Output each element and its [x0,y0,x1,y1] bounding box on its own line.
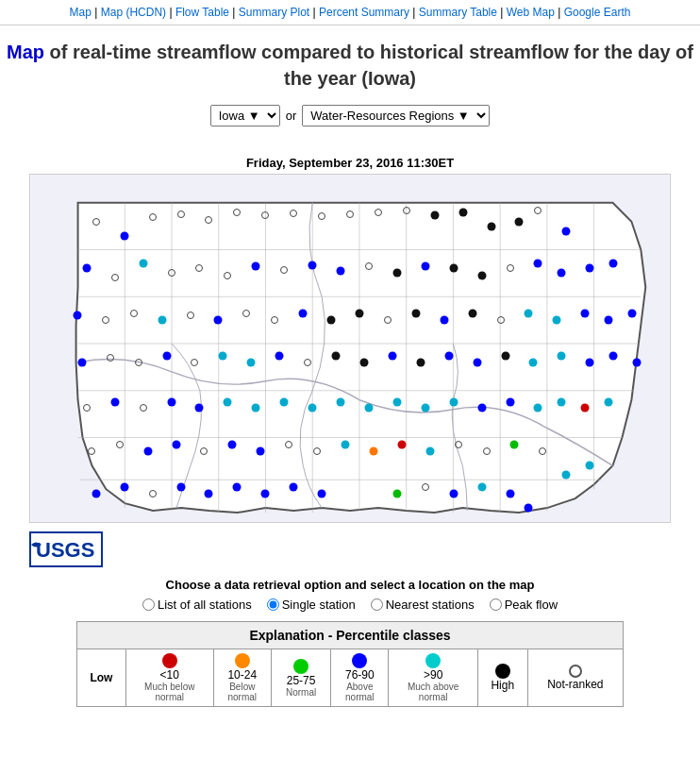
radio-nearest-stations[interactable]: Nearest stations [371,598,475,612]
station-dot-18[interactable] [82,264,91,273]
station-dot-65[interactable] [247,358,256,366]
station-dot-29[interactable] [392,269,401,278]
region-dropdown[interactable]: Water-Resources Regions ▼ [302,105,490,126]
station-dot-88[interactable] [308,403,317,412]
station-dot-78[interactable] [609,351,618,360]
station-dot-31[interactable] [449,264,458,273]
station-dot-16[interactable] [534,207,542,214]
station-dot-49[interactable] [384,316,392,324]
nav-map[interactable]: Map [70,6,92,19]
radio-peak-flow-input[interactable] [490,598,502,611]
station-dot-116[interactable] [539,447,546,455]
station-dot-128[interactable] [392,490,401,498]
station-dot-42[interactable] [187,312,194,319]
station-dot-23[interactable] [224,272,231,279]
station-dot-45[interactable] [271,316,278,324]
station-dot-40[interactable] [130,310,138,317]
nav-google-earth[interactable]: Google Earth [564,6,631,19]
station-dot-63[interactable] [191,359,198,366]
station-dot-133[interactable] [525,504,533,513]
station-dot-56[interactable] [581,310,590,318]
station-dot-117[interactable] [562,471,571,480]
station-dot-30[interactable] [421,262,429,271]
station-dot-53[interactable] [497,316,505,324]
station-dot-90[interactable] [364,403,373,412]
station-dot-68[interactable] [332,351,341,360]
station-dot-51[interactable] [440,316,448,325]
station-dot-39[interactable] [102,316,109,324]
station-dot-127[interactable] [318,490,326,498]
station-dot-122[interactable] [176,483,185,492]
station-dot-24[interactable] [252,262,260,271]
station-dot-38[interactable] [73,312,81,320]
station-dot-132[interactable] [506,490,514,498]
station-dot-14[interactable] [487,222,495,230]
station-dot-103[interactable] [172,441,180,449]
station-dot-58[interactable] [628,310,637,318]
station-dot-81[interactable] [110,397,119,406]
station-dot-106[interactable] [257,447,265,456]
station-dot-91[interactable] [392,397,401,406]
state-dropdown[interactable]: Iowa ▼ [210,105,280,126]
station-dot-92[interactable] [421,403,429,412]
station-dot-2[interactable] [149,213,157,221]
radio-single-station[interactable]: Single station [267,598,356,612]
station-dot-99[interactable] [605,397,613,406]
station-dot-36[interactable] [586,264,594,273]
station-dot-64[interactable] [219,351,227,360]
station-dot-104[interactable] [200,447,208,455]
station-dot-123[interactable] [205,490,213,498]
station-dot-124[interactable] [233,483,242,492]
station-dot-34[interactable] [534,260,542,268]
station-dot-111[interactable] [397,441,406,449]
station-dot-74[interactable] [501,351,509,360]
station-dot-7[interactable] [290,210,297,217]
radio-all-stations-input[interactable] [142,598,155,611]
station-dot-62[interactable] [162,351,171,360]
station-dot-83[interactable] [167,397,175,406]
station-dot-67[interactable] [304,359,311,366]
station-dot-0[interactable] [92,218,100,226]
station-dot-10[interactable] [375,209,382,216]
station-dot-121[interactable] [149,490,157,497]
station-dot-12[interactable] [430,211,439,219]
station-dot-118[interactable] [586,462,594,470]
station-dot-48[interactable] [355,310,363,318]
station-dot-120[interactable] [120,483,128,492]
station-dot-72[interactable] [444,351,453,360]
station-dot-100[interactable] [88,447,95,455]
station-dot-97[interactable] [558,397,566,406]
station-dot-108[interactable] [313,447,321,455]
station-dot-35[interactable] [558,269,566,278]
station-dot-86[interactable] [252,403,260,412]
station-dot-125[interactable] [261,490,270,498]
station-dot-79[interactable] [633,358,642,366]
station-dot-112[interactable] [425,447,434,456]
station-dot-95[interactable] [506,397,514,406]
station-dot-98[interactable] [581,403,590,412]
station-dot-96[interactable] [534,403,542,412]
station-dot-66[interactable] [275,351,284,360]
station-dot-105[interactable] [228,441,237,449]
station-dot-80[interactable] [83,404,91,412]
station-dot-44[interactable] [242,310,250,317]
radio-nearest-stations-input[interactable] [371,598,383,611]
station-dot-26[interactable] [308,261,317,270]
station-dot-28[interactable] [365,262,373,270]
radio-all-stations[interactable]: List of all stations [142,598,252,612]
nav-percent-summary[interactable]: Percent Summary [319,6,409,19]
nav-summary-table[interactable]: Summary Table [419,6,497,19]
station-dot-110[interactable] [369,447,377,456]
station-dot-107[interactable] [285,441,292,448]
station-dot-75[interactable] [529,358,538,366]
station-dot-21[interactable] [168,269,175,277]
station-dot-55[interactable] [553,316,561,325]
station-dot-115[interactable] [510,441,519,449]
station-dot-109[interactable] [342,441,350,449]
station-dot-11[interactable] [403,207,410,214]
station-dot-94[interactable] [477,403,486,412]
station-dot-82[interactable] [140,404,147,412]
station-dot-15[interactable] [515,217,524,226]
station-dot-114[interactable] [483,447,491,455]
station-dot-73[interactable] [473,358,481,366]
